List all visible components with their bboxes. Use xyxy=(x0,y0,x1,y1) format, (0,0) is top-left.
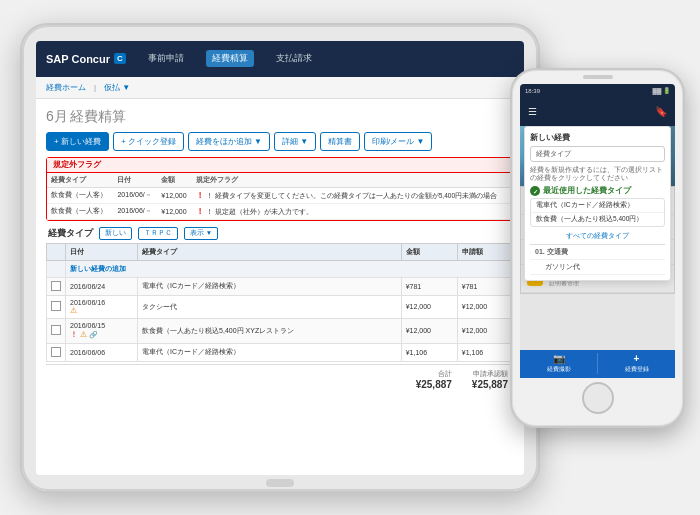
flag-amount: ¥12,000 xyxy=(157,203,192,219)
page-month: 6月 xyxy=(46,108,68,124)
cat-sub: ガソリン代 xyxy=(535,262,580,272)
tablet-device: SAP Concur C 事前申請 経費精算 支払請求 経費ホーム | 仮払 ▼… xyxy=(20,23,540,493)
expense-date: 2016/06/24 xyxy=(66,277,138,295)
submitted-block: 申請承認額 ¥25,887 xyxy=(472,369,508,390)
checkbox[interactable] xyxy=(51,281,61,291)
expense-trpc-btn[interactable]: ＴＲＰＣ xyxy=(138,227,178,240)
checkbox[interactable] xyxy=(51,301,61,311)
flag-col-amount: 金額 xyxy=(157,173,192,188)
tablet-subnav: 経費ホーム | 仮払 ▼ xyxy=(36,77,524,99)
category-list: 01. 交通費 ガソリン代 xyxy=(530,244,665,275)
expense-submitted: ¥1,106 xyxy=(457,343,513,361)
bottom-nav-add-label: 経費登録 xyxy=(625,365,649,374)
expense-type: 電車代（ICカード／経路検索） xyxy=(138,343,402,361)
phone-screen: 18:39 ▓▓ 🔋 ☰ 🔖 → 出張 xyxy=(520,84,675,378)
expense-type-input-row[interactable]: 経費タイプ xyxy=(530,146,665,162)
expense-row[interactable]: 2016/06/16 ⚠ タクシー代 ¥12,000 ¥12,000 xyxy=(47,295,514,318)
add-type-button[interactable]: 経費をほか追加 ▼ xyxy=(188,132,270,151)
subnav-home[interactable]: 経費ホーム xyxy=(46,82,86,93)
page-title: 6月経費精算 xyxy=(46,105,514,126)
warning-icon: ⚠ xyxy=(80,330,87,339)
flag-date: 2016/06/－ xyxy=(113,203,157,219)
expense-submitted: ¥781 xyxy=(457,277,513,295)
subnav-draft[interactable]: 仮払 ▼ xyxy=(104,82,130,93)
expense-amount: ¥1,106 xyxy=(401,343,457,361)
flag-col-type: 経費タイプ xyxy=(47,173,113,188)
checkbox[interactable] xyxy=(51,325,61,335)
recent-item[interactable]: 電車代（ICカード／経路検索） xyxy=(531,199,664,213)
submitted-value: ¥25,887 xyxy=(472,379,508,390)
col-check xyxy=(47,243,66,260)
new-expense-modal: 新しい経費 経費タイプ 経費を新規作成するには、下の選択リストの経費をクリックし… xyxy=(524,126,671,282)
expense-row[interactable]: 2016/06/15 ！ ⚠ 🔗 飲食費（一人あたり税込5,400円 XYZレス… xyxy=(47,318,514,343)
expense-section: 経費タイプ 新しい ＴＲＰＣ 表示 ▼ 日付 経費タイプ 金額 xyxy=(46,227,514,394)
phone-speaker xyxy=(583,75,613,79)
col-amount: 金額 xyxy=(401,243,457,260)
bottom-nav-camera[interactable]: 📷 経費撮影 xyxy=(520,353,598,374)
add-icon: + xyxy=(634,353,640,364)
flag-date: 2016/06/－ xyxy=(113,187,157,203)
expense-submitted: ¥12,000 xyxy=(457,318,513,343)
flag-section: 規定外フラグ 経費タイプ 日付 金額 規定外フラグ xyxy=(46,157,514,221)
app-logo: SAP Concur C xyxy=(46,53,126,65)
category-item[interactable]: 01. 交通費 xyxy=(530,245,665,260)
expense-type: 電車代（ICカード／経路検索） xyxy=(138,277,402,295)
recent-expense-list: 電車代（ICカード／経路検索） 飲食費（一人あたり税込5,400円） xyxy=(530,198,665,227)
error-icon: ！ xyxy=(70,330,78,339)
print-button[interactable]: 印刷/メール ▼ xyxy=(364,132,432,151)
add-expense-row[interactable]: 新しい経費の追加 xyxy=(47,260,514,277)
expense-row[interactable]: 2016/06/06 電車代（ICカード／経路検索） ¥1,106 ¥1,106 xyxy=(47,343,514,361)
total-block: 合計 ¥25,887 xyxy=(416,369,452,390)
col-type: 経費タイプ xyxy=(138,243,402,260)
total-value: ¥25,887 xyxy=(416,379,452,390)
bottom-nav-camera-label: 経費撮影 xyxy=(547,365,571,374)
flag-table: 経費タイプ 日付 金額 規定外フラグ 飲食費（一人客） 2016/06/－ ¥1… xyxy=(47,173,513,220)
recent-item[interactable]: 飲食費（一人あたり税込5,400円） xyxy=(531,213,664,226)
submitted-label: 申請承認額 xyxy=(472,369,508,379)
nav-item-keihi[interactable]: 経費精算 xyxy=(206,50,254,67)
phone-bottom-nav: 📷 経費撮影 + 経費登録 xyxy=(520,350,675,378)
expense-table: 日付 経費タイプ 金額 申請額 新しい経費の追加 xyxy=(46,243,514,362)
phone-device: 18:39 ▓▓ 🔋 ☰ 🔖 → 出張 xyxy=(510,68,685,428)
expense-date: 2016/06/06 xyxy=(66,343,138,361)
flag-col-date: 日付 xyxy=(113,173,157,188)
review-button[interactable]: 精算書 xyxy=(320,132,360,151)
tablet-content: 6月経費精算 + 新しい経費 + クイック登録 経費をほか追加 ▼ 詳細 ▼ 精… xyxy=(36,99,524,400)
detail-button[interactable]: 詳細 ▼ xyxy=(274,132,316,151)
phone-home-button[interactable] xyxy=(582,382,614,414)
flag-amount: ¥12,000 xyxy=(157,187,192,203)
nav-item-shiharai[interactable]: 支払請求 xyxy=(270,50,318,67)
link-icon: 🔗 xyxy=(89,331,98,338)
category-subitem[interactable]: ガソリン代 xyxy=(530,260,665,275)
flag-row: 飲食費（一人客） 2016/06/－ ¥12,000 ！！ 経費タイプを変更して… xyxy=(47,187,513,203)
expense-row[interactable]: 2016/06/24 電車代（ICカード／経路検索） ¥781 ¥781 xyxy=(47,277,514,295)
check-circle-icon: ✓ xyxy=(530,186,540,196)
expense-date: 2016/06/15 ！ ⚠ 🔗 xyxy=(66,318,138,343)
expense-amount: ¥781 xyxy=(401,277,457,295)
expense-display-btn[interactable]: 表示 ▼ xyxy=(184,227,218,240)
modal-title: 新しい経費 xyxy=(530,132,665,143)
page-suffix: 経費精算 xyxy=(70,108,126,124)
recent-title: ✓ 最近使用した経費タイプ xyxy=(530,186,665,196)
col-submitted: 申請額 xyxy=(457,243,513,260)
checkbox[interactable] xyxy=(51,347,61,357)
new-expense-button[interactable]: + 新しい経費 xyxy=(46,132,109,151)
totals-row: 合計 ¥25,887 申請承認額 ¥25,887 xyxy=(46,364,514,394)
tablet-home-button[interactable] xyxy=(266,479,294,487)
flag-message: ！！ 規定超（社外）が未入力です。 xyxy=(192,203,513,219)
nav-item-jizen[interactable]: 事前申請 xyxy=(142,50,190,67)
recent-label-text: 最近使用した経費タイプ xyxy=(543,186,631,196)
flag-row: 飲食費（一人客） 2016/06/－ ¥12,000 ！！ 規定超（社外）が未入… xyxy=(47,203,513,219)
col-date: 日付 xyxy=(66,243,138,260)
bottom-nav-add[interactable]: + 経費登録 xyxy=(598,353,675,374)
expense-type-field[interactable] xyxy=(581,150,669,157)
scene: SAP Concur C 事前申請 経費精算 支払請求 経費ホーム | 仮払 ▼… xyxy=(10,13,690,503)
all-types-link[interactable]: すべての経費タイプ xyxy=(530,231,665,241)
tablet-nav: SAP Concur C 事前申請 経費精算 支払請求 xyxy=(36,41,524,77)
expense-new-btn[interactable]: 新しい xyxy=(99,227,132,240)
expense-amount: ¥12,000 xyxy=(401,318,457,343)
quick-add-button[interactable]: + クイック登録 xyxy=(113,132,184,151)
warning-icon: ⚠ xyxy=(70,306,77,315)
total-label: 合計 xyxy=(416,369,452,379)
app-logo-symbol: C xyxy=(114,53,126,64)
